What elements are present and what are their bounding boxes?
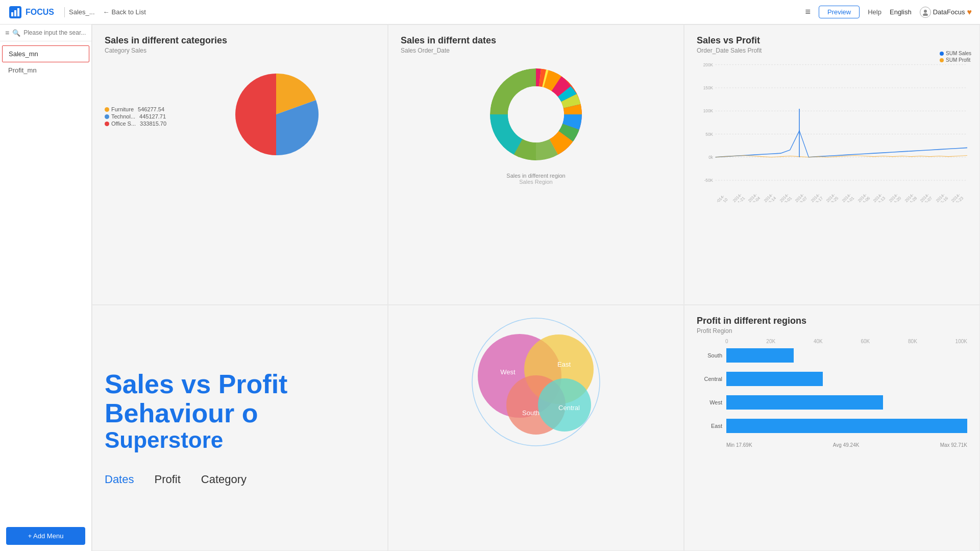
headline-sub-text: Superstore [105, 428, 375, 452]
header-tab: Sales_... [69, 8, 95, 16]
svg-point-5 [923, 13, 928, 16]
user-avatar-icon [920, 7, 931, 18]
donut-chart-card: Sales in differnt dates Sales Order_Date [388, 25, 684, 305]
venn-chart-card: West East South Central [388, 305, 684, 551]
svg-text:200K: 200K [703, 62, 713, 67]
bar-stats: Min 17.69K Avg 49.24K Max 92.71K [697, 442, 967, 448]
legend-label-furniture: Furniture [111, 106, 134, 112]
line-chart-card: Sales vs Profit Order_Date Sales Profit … [684, 25, 980, 305]
legend-item-technology: Technol... 445127.71 [105, 113, 166, 119]
bar-chart-subtitle: Profit Region [697, 327, 967, 334]
legend-dot-furniture [105, 107, 109, 112]
x-axis-labels: 2014-01-10 2014-01-21 2014-02-04 2014-02… [717, 193, 967, 202]
svg-text:100K: 100K [703, 108, 713, 114]
svg-text:0k: 0k [708, 154, 713, 160]
legend-value-technology: 445127.71 [139, 113, 166, 119]
legend-dot-sum-sales [940, 52, 944, 56]
line-chart-subtitle: Order_Date Sales Profit [697, 47, 967, 54]
language-selector[interactable]: English [890, 8, 912, 16]
dashboard-grid: Sales in different categories Category S… [92, 25, 980, 551]
svg-point-4 [924, 10, 927, 13]
headline-label-category: Category [201, 473, 247, 486]
bar-row-east: East [697, 419, 967, 433]
svg-rect-3 [17, 8, 19, 16]
bar-row-south: South [697, 348, 967, 363]
sidebar-hamburger-icon[interactable]: ≡ [5, 29, 9, 37]
bar-track-west [726, 395, 967, 410]
sidebar-search-icon: 🔍 [12, 29, 20, 37]
bar-track-south [726, 348, 967, 363]
preview-button[interactable]: Preview [819, 6, 860, 18]
bar-row-west: West [697, 395, 967, 410]
bar-fill-east [726, 419, 967, 433]
body-container: ≡ 🔍 Sales_mn Profit_mn + Add Menu Sales … [0, 25, 980, 551]
search-input[interactable] [23, 29, 100, 36]
bar-x-axis: 0 20K 40K 60K 80K 100K [697, 339, 967, 344]
logo: FOCUS [8, 5, 54, 19]
user-name-label: DataFocus [933, 8, 965, 16]
legend-label-office: Office S... [111, 121, 136, 127]
legend-item-office: Office S... 333815.70 [105, 121, 166, 127]
svg-text:South: South [522, 409, 540, 417]
line-chart-area: 200K 150K 100K 50K 0k -50K [697, 59, 967, 202]
sidebar-search-bar: ≡ 🔍 [0, 25, 91, 41]
donut-region-label: Sales in different region [506, 173, 565, 179]
main-content: Sales in different categories Category S… [92, 25, 980, 551]
bar-stat-avg: Avg 49.24K [833, 442, 860, 448]
pie-chart-card: Sales in different categories Category S… [92, 25, 388, 305]
pie-chart-title: Sales in different categories [105, 35, 375, 46]
logo-text: FOCUS [26, 8, 54, 17]
sidebar-item-label: Sales_mn [9, 50, 38, 58]
svg-rect-2 [14, 10, 16, 16]
sidebar-item-label: Profit_mn [8, 66, 37, 74]
legend-label-technology: Technol... [111, 113, 135, 119]
donut-region-sublabel: Sales Region [519, 179, 552, 185]
help-link[interactable]: Help [868, 8, 881, 16]
sidebar-items-list: Sales_mn Profit_mn [0, 41, 91, 521]
user-menu[interactable]: DataFocus ♥ [920, 7, 972, 18]
sidebar-item-sales-mn[interactable]: Sales_mn [2, 45, 89, 62]
hamburger-icon[interactable]: ≡ [805, 7, 811, 17]
legend-dot-technology [105, 114, 109, 119]
donut-chart-subtitle: Sales Order_Date [401, 47, 671, 54]
pie-legend: Furniture 546277.54 Technol... 445127.71… [105, 106, 166, 127]
bar-track-east [726, 419, 967, 433]
line-chart-title: Sales vs Profit [697, 35, 967, 46]
legend-label-sum-sales: SUM Sales [946, 51, 971, 56]
back-to-list-button[interactable]: ← Back to List [103, 8, 146, 16]
add-menu-button[interactable]: + Add Menu [6, 527, 85, 545]
bar-track-central [726, 372, 967, 386]
headline-label-profit: Profit [154, 473, 180, 486]
bar-fill-west [726, 395, 883, 410]
legend-item-furniture: Furniture 546277.54 [105, 106, 166, 112]
svg-text:150K: 150K [703, 85, 713, 91]
back-arrow-icon: ← [103, 8, 110, 16]
pie-chart [230, 68, 322, 160]
legend-value-furniture: 546277.54 [138, 106, 164, 112]
headline-main-text: Sales vs Profit Behaviour o [105, 370, 375, 428]
header: FOCUS Sales_... ← Back to List ≡ Preview… [0, 0, 980, 25]
bar-fill-central [726, 372, 823, 386]
bar-label-west: West [697, 399, 722, 405]
sidebar-item-profit-mn[interactable]: Profit_mn [2, 62, 89, 78]
back-to-list-label: Back to List [112, 8, 146, 16]
donut-chart [480, 58, 592, 171]
legend-value-office: 333815.70 [140, 121, 166, 127]
bar-label-east: East [697, 423, 722, 429]
sidebar: ≡ 🔍 Sales_mn Profit_mn + Add Menu [0, 25, 92, 551]
legend-dot-office [105, 122, 109, 126]
svg-rect-1 [11, 12, 13, 16]
header-right: ≡ Preview Help English DataFocus ♥ [805, 6, 972, 18]
headline-labels: Dates Profit Category [105, 473, 375, 486]
svg-text:West: West [500, 368, 516, 376]
bar-chart-card: Profit in different regions Profit Regio… [684, 305, 980, 551]
bar-chart-title: Profit in different regions [697, 316, 967, 326]
headline-card: Sales vs Profit Behaviour o Superstore D… [92, 305, 388, 551]
bar-chart-area: South Central West [697, 348, 967, 433]
svg-text:East: East [557, 361, 571, 368]
bar-row-central: Central [697, 372, 967, 386]
header-divider [64, 7, 65, 17]
bar-fill-south [726, 348, 794, 363]
donut-title-area: Sales in differnt dates Sales Order_Date [401, 35, 671, 58]
heart-icon: ♥ [967, 8, 972, 17]
